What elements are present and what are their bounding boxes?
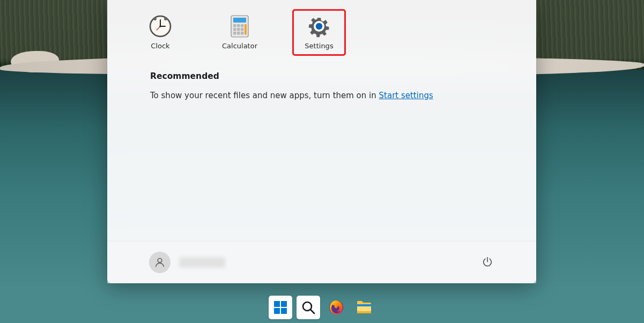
svg-rect-9 bbox=[233, 18, 246, 23]
svg-rect-13 bbox=[233, 28, 236, 31]
svg-point-7 bbox=[164, 17, 167, 20]
svg-rect-12 bbox=[241, 24, 244, 27]
taskbar bbox=[0, 292, 644, 323]
svg-point-6 bbox=[153, 17, 157, 20]
avatar-icon bbox=[149, 252, 171, 273]
recommended-text: To show your recent files and new apps, … bbox=[150, 91, 493, 100]
app-label: Clock bbox=[151, 42, 169, 50]
svg-rect-15 bbox=[241, 28, 244, 31]
svg-point-5 bbox=[159, 25, 161, 27]
clock-icon bbox=[149, 15, 172, 38]
app-settings[interactable]: Settings bbox=[293, 10, 345, 55]
svg-rect-23 bbox=[274, 301, 280, 307]
recommended-heading: Recommended bbox=[150, 71, 493, 81]
taskbar-firefox[interactable] bbox=[324, 296, 348, 319]
username bbox=[179, 257, 225, 268]
svg-point-22 bbox=[158, 258, 162, 262]
start-settings-link[interactable]: Start settings bbox=[379, 91, 433, 100]
windows-icon bbox=[273, 300, 288, 315]
svg-rect-11 bbox=[237, 24, 240, 27]
svg-rect-18 bbox=[241, 32, 244, 35]
firefox-icon bbox=[328, 299, 344, 315]
svg-rect-17 bbox=[237, 32, 240, 35]
svg-rect-25 bbox=[274, 308, 280, 314]
pinned-apps-row: Clock Calculator Settings bbox=[0, 0, 536, 55]
svg-rect-19 bbox=[245, 24, 247, 35]
settings-icon bbox=[308, 15, 330, 38]
svg-rect-14 bbox=[237, 28, 240, 31]
power-button[interactable] bbox=[482, 256, 494, 269]
recommended-section: Recommended To show your recent files an… bbox=[107, 55, 536, 100]
app-label: Calculator bbox=[222, 42, 257, 50]
search-icon bbox=[301, 300, 316, 315]
svg-rect-32 bbox=[357, 311, 371, 313]
taskbar-file-explorer[interactable] bbox=[352, 296, 376, 319]
svg-rect-26 bbox=[281, 308, 287, 314]
svg-rect-24 bbox=[281, 301, 287, 307]
taskbar-start-button[interactable] bbox=[269, 296, 292, 319]
svg-rect-31 bbox=[357, 304, 371, 306]
svg-line-28 bbox=[310, 310, 314, 313]
app-label: Settings bbox=[305, 42, 333, 50]
app-clock[interactable]: Clock bbox=[134, 10, 187, 55]
start-menu: Clock Calculator Settings Recommended To… bbox=[107, 0, 536, 283]
svg-rect-10 bbox=[233, 24, 236, 27]
calculator-icon bbox=[228, 15, 251, 38]
svg-rect-16 bbox=[233, 32, 236, 35]
app-calculator[interactable]: Calculator bbox=[213, 10, 266, 55]
taskbar-search-button[interactable] bbox=[297, 296, 320, 319]
explorer-icon bbox=[356, 300, 372, 315]
svg-point-21 bbox=[316, 23, 322, 30]
user-bar bbox=[107, 241, 536, 283]
user-account-button[interactable] bbox=[149, 252, 225, 273]
